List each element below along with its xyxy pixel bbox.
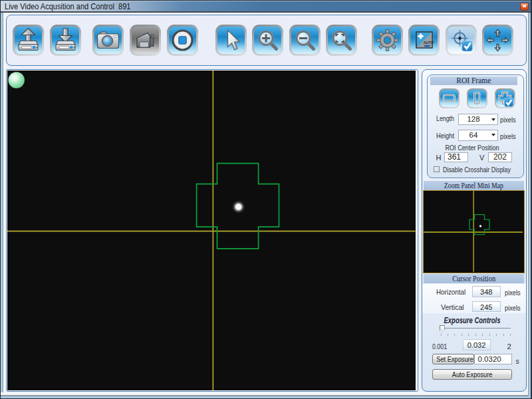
svg-text:AUTO: AUTO <box>423 40 434 44</box>
